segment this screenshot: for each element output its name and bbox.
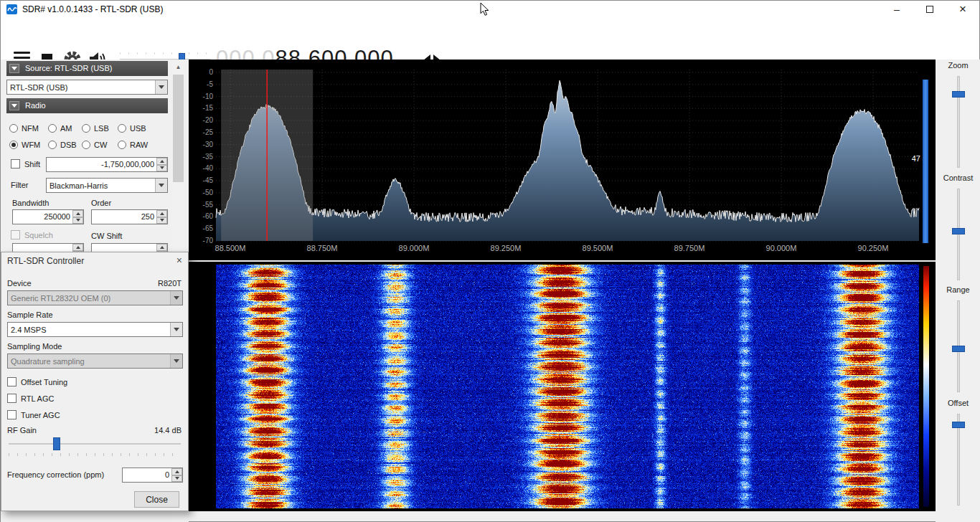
mode-radio-cw[interactable]: CW	[82, 136, 118, 153]
rf-gain-value: 14.4 dB	[154, 426, 182, 435]
waterfall-display[interactable]	[216, 265, 919, 508]
svg-text:-5: -5	[207, 80, 213, 88]
offset-slider-thumb[interactable]	[952, 422, 965, 428]
svg-text:-50: -50	[203, 189, 214, 196]
source-device-select[interactable]: RTL-SDR (USB)	[6, 80, 168, 95]
mode-radio-nfm[interactable]: NFM	[9, 120, 48, 136]
spectrum-level-slider[interactable]	[923, 80, 928, 243]
mode-radio-group: NFM AM LSB USB WFM DSB CW RAW	[9, 120, 159, 153]
scroll-up-icon[interactable]: ▲	[172, 61, 184, 73]
svg-text:88.500M: 88.500M	[215, 244, 246, 252]
app-icon	[6, 4, 18, 15]
spin-down-button[interactable]	[156, 165, 167, 172]
dialog-close-icon[interactable]: ×	[176, 255, 182, 266]
filter-select[interactable]: Blackman-Harris	[46, 178, 168, 193]
offset-tuning-checkbox[interactable]: Offset Tuning	[7, 377, 67, 386]
svg-text:-40: -40	[203, 164, 214, 172]
svg-text:-20: -20	[203, 116, 214, 124]
toolbar: 000.088.600.000	[1, 18, 979, 60]
svg-text:90.000M: 90.000M	[766, 244, 797, 252]
svg-text:89.000M: 89.000M	[399, 244, 430, 252]
svg-text:-60: -60	[203, 212, 214, 220]
sampling-mode-select[interactable]: Quadrature sampling	[7, 353, 183, 369]
contrast-slider-label: Contrast	[936, 174, 980, 184]
rf-gain-slider-thumb[interactable]	[53, 437, 60, 450]
spin-up-button[interactable]	[156, 210, 167, 217]
collapse-icon	[9, 64, 19, 73]
maximize-button[interactable]	[913, 1, 946, 18]
squelch-checkbox[interactable]: Squelch	[11, 230, 53, 239]
mode-radio-lsb[interactable]: LSB	[82, 120, 118, 136]
device-label: Device	[7, 279, 32, 288]
zoom-slider-thumb[interactable]	[952, 91, 965, 98]
shift-checkbox[interactable]: Shift	[11, 159, 40, 169]
spin-down-button[interactable]	[72, 217, 83, 224]
rf-gain-slider[interactable]	[9, 443, 181, 445]
mode-radio-dsb[interactable]: DSB	[48, 136, 82, 153]
waterfall-panel	[189, 262, 936, 511]
spin-down-button[interactable]	[156, 217, 167, 224]
mode-radio-am[interactable]: AM	[48, 120, 82, 136]
svg-text:90.250M: 90.250M	[858, 244, 889, 252]
offset-slider-label: Offset	[936, 399, 980, 409]
dialog-close-button[interactable]: Close	[134, 491, 179, 508]
right-panel: Zoom Contrast Range Offset	[936, 60, 980, 522]
rtl-agc-checkbox[interactable]: RTL AGC	[7, 394, 54, 403]
zoom-slider-label: Zoom	[936, 61, 980, 72]
svg-text:-70: -70	[203, 237, 214, 245]
order-field[interactable]: 250	[91, 209, 168, 224]
freq-correction-field[interactable]: 0	[122, 468, 183, 483]
svg-text:-10: -10	[203, 92, 214, 100]
mode-radio-raw[interactable]: RAW	[118, 136, 159, 153]
device-select[interactable]: Generic RTL2832U OEM (0)	[7, 290, 183, 305]
order-label: Order	[91, 199, 111, 207]
chevron-down-icon	[170, 291, 182, 305]
spin-up-button[interactable]	[171, 468, 182, 475]
device-value: R820T	[158, 279, 182, 288]
rf-gain-label: RF Gain	[7, 426, 37, 435]
sdrsharp-window: SDR# v1.0.0.1433 - RTL-SDR (USB) – ×	[0, 0, 980, 522]
sampling-mode-label: Sampling Mode	[7, 342, 62, 351]
tuner-agc-checkbox[interactable]: Tuner AGC	[7, 410, 60, 419]
bandwidth-label: Bandwidth	[12, 199, 49, 207]
shift-value-field[interactable]: -1,750,000,000	[46, 157, 168, 172]
svg-text:88.750M: 88.750M	[307, 244, 338, 252]
svg-text:-45: -45	[203, 176, 214, 184]
range-slider-thumb[interactable]	[952, 346, 965, 352]
collapse-icon	[9, 101, 19, 110]
spin-up-button[interactable]	[156, 158, 167, 165]
spin-down-button[interactable]	[171, 475, 182, 483]
svg-text:89.250M: 89.250M	[491, 244, 522, 252]
scrollbar-thumb[interactable]	[173, 75, 184, 182]
sample-rate-select[interactable]: 2.4 MSPS	[7, 322, 183, 337]
zoom-slider[interactable]	[957, 76, 960, 168]
range-slider-label: Range	[936, 285, 980, 296]
svg-text:-30: -30	[203, 141, 214, 148]
contrast-slider[interactable]	[957, 189, 960, 280]
chevron-down-icon	[170, 323, 182, 336]
rf-gain-slider-ticks	[9, 453, 181, 456]
dialog-title: RTL-SDR Controller	[7, 256, 84, 266]
source-panel-header[interactable]: Source: RTL-SDR (USB)	[6, 61, 168, 76]
title-bar: SDR# v1.0.0.1433 - RTL-SDR (USB) – ×	[1, 1, 979, 18]
spin-up-button[interactable]	[72, 210, 83, 217]
spectrum-display[interactable]: 0-5-10-15-20-25-30-35-40-45-50-55-60-65-…	[189, 60, 936, 260]
spectrum-panel: 0-5-10-15-20-25-30-35-40-45-50-55-60-65-…	[189, 60, 936, 260]
waterfall-colorbar	[923, 266, 929, 507]
spectrum-level-value: 47	[908, 154, 920, 163]
sample-rate-label: Sample Rate	[7, 310, 53, 319]
mode-radio-wfm[interactable]: WFM	[9, 136, 48, 153]
radio-panel-header[interactable]: Radio	[6, 98, 168, 113]
svg-text:-25: -25	[203, 128, 214, 136]
mode-radio-usb[interactable]: USB	[118, 120, 159, 136]
chevron-down-icon	[170, 354, 182, 368]
contrast-slider-thumb[interactable]	[952, 228, 965, 234]
bandwidth-field[interactable]: 250000	[12, 209, 84, 224]
range-slider[interactable]	[957, 300, 960, 392]
close-button[interactable]: ×	[946, 1, 979, 18]
minimize-button[interactable]: –	[880, 1, 913, 18]
offset-slider[interactable]	[957, 414, 960, 506]
svg-text:-35: -35	[203, 153, 214, 161]
rtl-sdr-controller-dialog: RTL-SDR Controller × Device R820T Generi…	[1, 252, 189, 511]
chevron-down-icon	[155, 80, 167, 94]
